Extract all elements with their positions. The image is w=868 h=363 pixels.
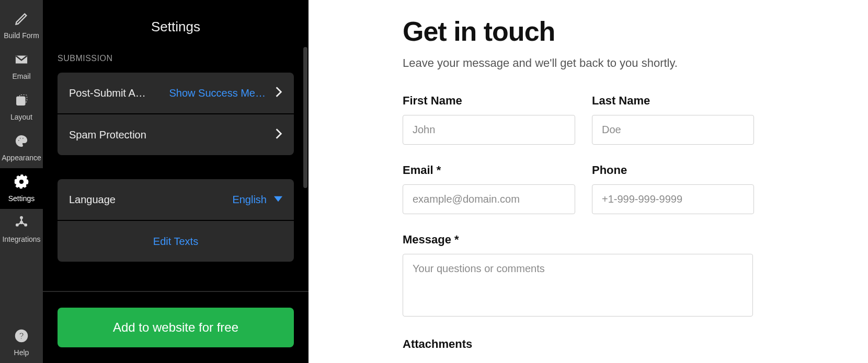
email-label: Email * (403, 163, 575, 177)
phone-label: Phone (592, 163, 754, 177)
chevron-right-icon (275, 128, 282, 142)
row-post-submit-action[interactable]: Post-Submit A… Show Success Me… (58, 73, 294, 113)
mail-icon (14, 52, 29, 69)
rail-label: Appearance (2, 154, 41, 162)
pencil-icon (14, 11, 29, 28)
form-preview: Get in touch Leave your message and we'l… (309, 0, 868, 363)
svg-rect-0 (17, 97, 25, 105)
rail-item-email[interactable]: Email (0, 46, 43, 87)
row-label: Language (69, 194, 116, 206)
message-label: Message * (403, 233, 754, 247)
rail-item-build-form[interactable]: Build Form (0, 5, 43, 46)
row-label: Post-Submit A… (69, 87, 146, 99)
svg-point-6 (20, 216, 23, 219)
svg-text:?: ? (19, 331, 24, 341)
nav-rail: Build Form Email Layout Appearance Setti… (0, 0, 43, 363)
integrations-icon (14, 215, 29, 232)
svg-point-5 (20, 221, 22, 224)
gear-icon (14, 174, 29, 191)
svg-point-2 (18, 139, 19, 141)
first-name-label: First Name (403, 94, 575, 108)
email-input[interactable] (403, 184, 575, 214)
row-value: Show Success Me… (169, 87, 266, 99)
message-textarea[interactable] (403, 254, 753, 317)
rail-item-appearance[interactable]: Appearance (0, 127, 43, 168)
scrollbar[interactable] (303, 47, 307, 188)
help-icon: ? (14, 329, 29, 345)
row-edit-texts[interactable]: Edit Texts (58, 221, 294, 262)
rail-label: Integrations (2, 235, 40, 243)
form-title: Get in touch (403, 16, 837, 47)
last-name-label: Last Name (592, 94, 754, 108)
svg-point-8 (25, 224, 27, 226)
rail-item-layout[interactable]: Layout (0, 87, 43, 127)
rail-label: Help (14, 348, 29, 357)
add-to-website-button[interactable]: Add to website for free (58, 308, 294, 347)
first-name-input[interactable] (403, 115, 575, 145)
rail-label: Build Form (4, 31, 39, 40)
section-submission: SUBMISSION (58, 54, 294, 63)
rail-label: Email (12, 72, 30, 80)
layout-icon (14, 93, 29, 110)
row-value: English (232, 194, 267, 206)
rail-label: Layout (10, 113, 32, 121)
attachments-label: Attachments (403, 337, 754, 351)
svg-point-7 (16, 224, 19, 226)
edit-texts-link: Edit Texts (153, 236, 198, 248)
form-description: Leave your message and we'll get back to… (403, 56, 837, 70)
settings-panel: Settings SUBMISSION Post-Submit A… Show … (43, 0, 309, 363)
phone-input[interactable] (592, 184, 754, 214)
svg-point-4 (22, 137, 24, 139)
rail-item-integrations[interactable]: Integrations (0, 209, 43, 250)
chevron-right-icon (275, 86, 282, 100)
row-language[interactable]: Language English (58, 179, 294, 220)
caret-down-icon (274, 195, 282, 204)
row-spam-protection[interactable]: Spam Protection (58, 114, 294, 155)
row-label: Spam Protection (69, 129, 146, 141)
panel-title: Settings (58, 0, 294, 51)
rail-item-settings[interactable]: Settings (0, 168, 43, 209)
palette-icon (14, 134, 29, 150)
last-name-input[interactable] (592, 115, 754, 145)
rail-item-help[interactable]: ? Help (0, 322, 43, 363)
svg-point-3 (19, 137, 21, 139)
rail-label: Settings (8, 194, 35, 203)
